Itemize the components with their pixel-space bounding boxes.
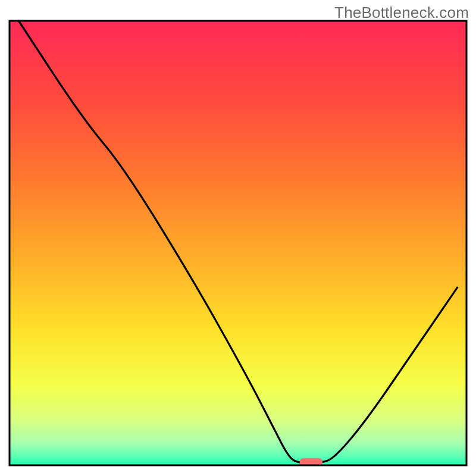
plot-group — [10, 21, 466, 466]
watermark-text: TheBottleneck.com — [334, 4, 469, 22]
chart-svg — [0, 0, 476, 476]
bottleneck-chart: TheBottleneck.com — [0, 0, 476, 476]
plot-background — [10, 21, 466, 465]
